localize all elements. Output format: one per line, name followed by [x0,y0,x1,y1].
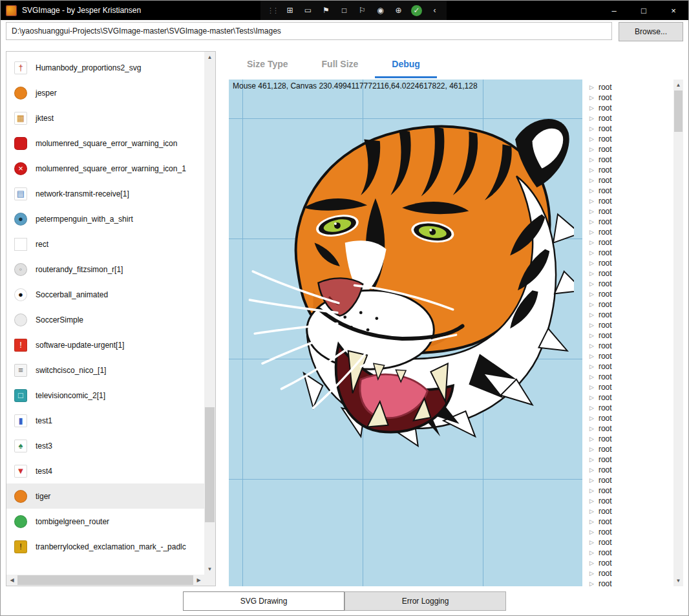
tree-node[interactable]: ▷ root [584,103,673,113]
tree-node[interactable]: ▷ root [584,175,673,186]
expander-icon[interactable]: ▷ [589,260,594,266]
tree-node[interactable]: ▷ root [584,92,673,103]
tree-node[interactable]: ▷ root [584,547,673,558]
expander-icon[interactable]: ▷ [589,301,594,308]
tree-node[interactable]: ▷ root [584,465,673,475]
expander-icon[interactable]: ▷ [589,115,594,122]
tree-node[interactable]: ▷ root [584,558,673,568]
view-tab[interactable]: Size Type [230,51,305,78]
expander-icon[interactable]: ▷ [589,508,594,515]
expander-icon[interactable]: ▷ [589,84,594,90]
expander-icon[interactable]: ▷ [589,467,594,473]
expander-icon[interactable]: ▷ [589,218,594,225]
tree-node[interactable]: ▷ root [584,330,673,341]
capture-window-icon[interactable]: ⊞ [284,5,295,16]
tree-node[interactable]: ▷ root [584,413,673,423]
expander-icon[interactable]: ▷ [589,353,594,359]
scroll-right-icon[interactable]: ▶ [193,575,204,586]
view-tab[interactable]: Debug [375,51,437,78]
tree-node[interactable]: ▷ root [584,372,673,382]
expander-icon[interactable]: ▷ [589,529,594,535]
tree-node[interactable]: ▷ root [584,144,673,154]
file-list-item[interactable]: ● petermpenguin_with_a_shirt [6,206,204,231]
tree-node[interactable]: ▷ root [584,268,673,279]
tree-node[interactable]: ▷ root [584,289,673,299]
expander-icon[interactable]: ▷ [589,498,594,504]
expander-icon[interactable]: ▷ [589,125,594,132]
file-list-item[interactable]: tombigelgreen_router [6,509,204,534]
tree-node[interactable]: ▷ root [584,186,673,196]
expander-icon[interactable]: ▷ [589,156,594,163]
tree-node[interactable]: ▷ root [584,579,673,586]
expander-icon[interactable]: ▷ [589,580,594,586]
tree-node[interactable]: ▷ root [584,382,673,392]
expander-icon[interactable]: ▷ [589,405,594,411]
expander-icon[interactable]: ▷ [589,560,594,566]
tree-node[interactable]: ▷ root [584,154,673,165]
expander-icon[interactable]: ▷ [589,446,594,452]
expander-icon[interactable]: ▷ [589,136,594,142]
file-list-item[interactable]: rect [6,231,204,257]
expander-icon[interactable]: ▷ [589,208,594,215]
tree-node[interactable]: ▷ root [584,506,673,516]
tree-node[interactable]: ▷ root [584,248,673,258]
scroll-thumb[interactable] [674,90,683,132]
expander-icon[interactable]: ▷ [589,332,594,339]
tree-node[interactable]: ▷ root [584,123,673,134]
expander-icon[interactable]: ▷ [589,291,594,297]
tree-node[interactable]: ▷ root [584,496,673,506]
file-list-item[interactable]: ▮ test1 [6,408,204,433]
tree-node[interactable]: ▷ root [584,516,673,527]
region-select-icon[interactable]: □ [339,5,350,16]
tree-node[interactable]: ▷ root [584,227,673,237]
toolbar-grip-icon[interactable]: ⋮⋮ [267,6,277,15]
minimize-button[interactable]: – [599,1,629,20]
tree-node[interactable]: ▷ root [584,537,673,547]
tree-node[interactable]: ▷ root [584,165,673,175]
expander-icon[interactable]: ▷ [589,270,594,277]
tree-node[interactable]: ▷ root [584,341,673,351]
expander-icon[interactable]: ▷ [589,394,594,401]
tree-node[interactable]: ▷ root [584,568,673,579]
expander-icon[interactable]: ▷ [589,167,594,173]
tree-node[interactable]: ▷ root [584,444,673,454]
expander-icon[interactable]: ▷ [589,281,594,287]
file-list-item[interactable]: ! tranberrylocked_exclamation_mark_-_pad… [6,534,204,559]
file-list-item[interactable]: molumenred_square_error_warning_icon [6,131,204,156]
expander-icon[interactable]: ▷ [589,343,594,349]
tree-node[interactable]: ▷ root [584,454,673,465]
scroll-down-icon[interactable]: ▼ [673,575,683,586]
tree-node[interactable]: ▷ root [584,113,673,123]
expander-icon[interactable]: ▷ [589,198,594,204]
maximize-button[interactable]: □ [629,1,659,20]
expander-icon[interactable]: ▷ [589,549,594,556]
broadcast-icon[interactable]: ◉ [375,5,386,16]
path-input[interactable] [6,22,612,40]
svg-canvas[interactable]: Mouse 461,128, Canvas 230.4994117772116,… [229,80,582,586]
file-list-item[interactable]: ● Soccerball_animated [6,282,204,307]
scroll-thumb[interactable] [205,407,215,522]
file-list-item[interactable]: × molumenred_square_error_warning_icon_1 [6,156,204,181]
tree-node[interactable]: ▷ root [584,527,673,537]
file-list-item[interactable]: jesper [6,80,204,105]
scroll-left-icon[interactable]: ◀ [6,575,17,586]
collapse-toolbar-icon[interactable]: ‹ [429,5,440,16]
scroll-down-icon[interactable]: ▼ [204,564,215,575]
tree-node[interactable]: ▷ root [584,82,673,92]
file-list-item[interactable]: ▼ test4 [6,458,204,483]
file-list-item[interactable]: □ televisioncomic_2[1] [6,383,204,408]
expander-icon[interactable]: ▷ [589,415,594,421]
scroll-up-icon[interactable]: ▲ [673,80,683,90]
tree-node[interactable]: ▷ root [584,423,673,434]
expander-icon[interactable]: ▷ [589,374,594,380]
tree-node[interactable]: ▷ root [584,310,673,320]
tree-node[interactable]: ▷ root [584,196,673,206]
expander-icon[interactable]: ▷ [589,456,594,463]
expander-icon[interactable]: ▷ [589,518,594,525]
expander-icon[interactable]: ▷ [589,425,594,432]
view-tab[interactable]: Full Size [305,51,376,78]
tree-node[interactable]: ▷ root [584,485,673,496]
file-list-item[interactable]: ◦ routerandy_fitzsimon_r[1] [6,257,204,282]
file-list-item[interactable]: † Humanbody_proportions2_svg [6,55,204,80]
expander-icon[interactable]: ▷ [589,187,594,194]
